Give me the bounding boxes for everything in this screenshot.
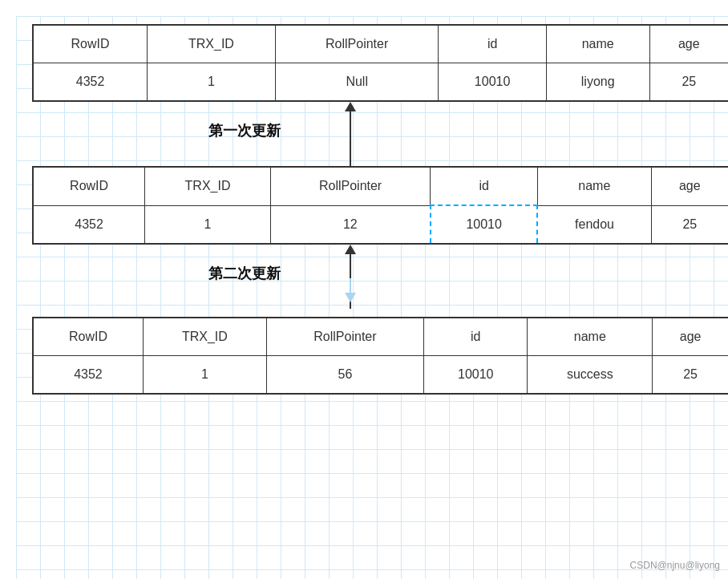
arrow-line-1 <box>350 111 351 166</box>
table-2: RowID TRX_ID RollPointer id name age 435… <box>32 166 728 245</box>
cell-trxid-3: 1 <box>143 356 266 395</box>
cell-name-3: success <box>528 356 653 395</box>
col-header-rollpointer-3: RollPointer <box>266 318 423 356</box>
second-update-label: 第二次更新 <box>208 264 281 283</box>
cell-rowid-1: 4352 <box>33 63 148 102</box>
table-row: 4352 1 12 10010 fendou 25 <box>33 205 728 244</box>
table-row: 4352 1 56 10010 success 25 <box>33 356 728 395</box>
arrow-up-1 <box>345 102 356 166</box>
cell-trxid-2: 1 <box>145 205 271 244</box>
cell-rollpointer-2: 12 <box>270 205 431 244</box>
cell-id-3: 10010 <box>424 356 528 395</box>
col-header-age-1: age <box>649 25 728 63</box>
arrow-head-icon-2 <box>345 245 356 254</box>
col-header-name-2: name <box>537 167 651 205</box>
watermark: CSDN@njnu@liyong <box>630 560 720 571</box>
table-section-1: RowID TRX_ID RollPointer id name age 435… <box>32 24 728 102</box>
col-header-rowid-1: RowID <box>33 25 148 63</box>
table-section-2: RowID TRX_ID RollPointer id name age 435… <box>32 166 728 245</box>
col-header-trxid-3: TRX_ID <box>143 318 266 356</box>
arrow-section-1: 第一次更新 <box>32 102 728 166</box>
arrow-down-light <box>345 278 356 302</box>
arrow-head-icon-1 <box>345 102 356 111</box>
col-header-age-2: age <box>651 167 728 205</box>
arrow-section-2: 第二次更新 <box>32 245 728 317</box>
col-header-name-3: name <box>528 318 653 356</box>
cell-name-2: fendou <box>537 205 651 244</box>
table-section-3: RowID TRX_ID RollPointer id name age 435… <box>32 317 728 395</box>
first-update-label: 第一次更新 <box>208 121 281 140</box>
col-header-trxid-2: TRX_ID <box>145 167 271 205</box>
cell-age-1: 25 <box>649 63 728 102</box>
col-header-trxid-1: TRX_ID <box>148 25 276 63</box>
col-header-name-1: name <box>546 25 649 63</box>
table-1: RowID TRX_ID RollPointer id name age 435… <box>32 24 728 102</box>
cell-trxid-1: 1 <box>148 63 276 102</box>
cell-rollpointer-3: 56 <box>266 356 423 395</box>
cell-id-2-highlighted: 10010 <box>431 205 538 244</box>
col-header-age-3: age <box>653 318 728 356</box>
cell-rowid-3: 4352 <box>33 356 143 395</box>
cell-rollpointer-1: Null <box>275 63 439 102</box>
table-3: RowID TRX_ID RollPointer id name age 435… <box>32 317 728 395</box>
cell-age-2: 25 <box>651 205 728 244</box>
down-arrow-line <box>350 278 351 293</box>
down-arrow-head-icon <box>345 293 356 302</box>
cell-name-1: liyong <box>546 63 649 102</box>
col-header-id-2: id <box>431 167 538 205</box>
page-container: RowID TRX_ID RollPointer id name age 435… <box>16 16 728 579</box>
cell-id-1: 10010 <box>439 63 546 102</box>
cell-age-3: 25 <box>653 356 728 395</box>
col-header-rowid-2: RowID <box>33 167 145 205</box>
col-header-rowid-3: RowID <box>33 318 143 356</box>
table-row: 4352 1 Null 10010 liyong 25 <box>33 63 728 102</box>
col-header-id-3: id <box>424 318 528 356</box>
col-header-rollpointer-2: RollPointer <box>270 167 431 205</box>
cell-rowid-2: 4352 <box>33 205 145 244</box>
col-header-rollpointer-1: RollPointer <box>275 25 439 63</box>
col-header-id-1: id <box>439 25 546 63</box>
